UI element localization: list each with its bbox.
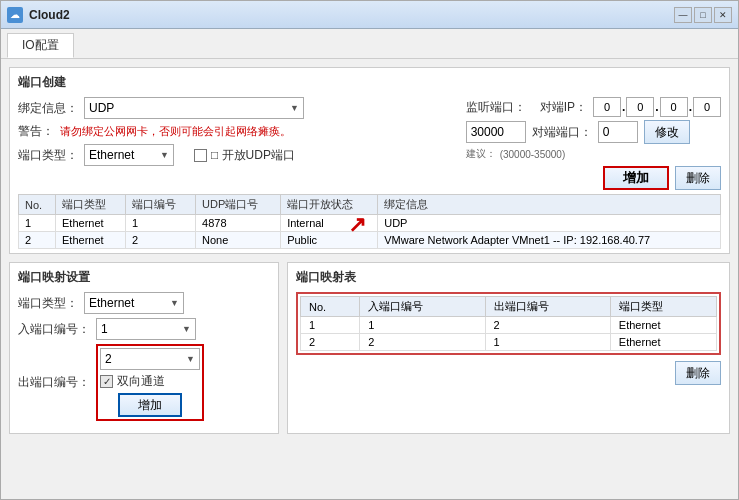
port-table-row[interactable]: 2 Ethernet 2 None Public VMware Network …: [19, 232, 721, 249]
delete-port-button[interactable]: 删除: [675, 166, 721, 190]
window-title: Cloud2: [29, 8, 70, 22]
map-cell-no: 1: [301, 317, 360, 334]
port-table-row[interactable]: 1 Ethernet 1 4878 Internal UDP: [19, 215, 721, 232]
map-col-in: 入端口编号: [360, 297, 485, 317]
port-type-label: 端口类型：: [18, 147, 78, 164]
bind-info-select[interactable]: UDP ▼: [84, 97, 304, 119]
ip-seg-2[interactable]: 0: [626, 97, 654, 117]
cell-udp: 4878: [196, 215, 281, 232]
cell-type: Ethernet: [56, 232, 126, 249]
mapping-table-row[interactable]: 2 2 1 Ethernet: [301, 334, 717, 351]
tab-io-config[interactable]: IO配置: [7, 33, 74, 58]
opposite-port-label: 对端端口：: [532, 124, 592, 141]
warning-label: 警告：: [18, 123, 54, 140]
window-controls: — □ ✕: [674, 7, 732, 23]
title-bar: ☁ Cloud2 — □ ✕: [1, 1, 738, 29]
col-type: 端口类型: [56, 195, 126, 215]
ip-seg-4[interactable]: 0: [693, 97, 721, 117]
listen-port-label: 监听端口：: [466, 99, 526, 116]
cell-status: Public: [281, 232, 378, 249]
mapping-table-row[interactable]: 1 1 2 Ethernet: [301, 317, 717, 334]
map-cell-type: Ethernet: [610, 334, 716, 351]
map-cell-in: 2: [360, 334, 485, 351]
cell-num: 2: [126, 232, 196, 249]
bidirectional-row: ✓ 双向通道: [100, 373, 200, 390]
out-port-select[interactable]: 2 ▼: [100, 348, 200, 370]
warning-text: 请勿绑定公网网卡，否则可能会引起网络瘫痪。: [60, 124, 291, 139]
col-no: No.: [19, 195, 56, 215]
mapping-table-wrapper: No. 入端口编号 出端口编号 端口类型 1 1 2 Ethernet 2 2 …: [296, 292, 721, 355]
port-creation-title: 端口创建: [18, 74, 721, 91]
add-mapping-button[interactable]: 增加: [118, 393, 182, 417]
map-cell-out: 2: [485, 317, 610, 334]
map-cell-in: 1: [360, 317, 485, 334]
main-content: 端口创建 绑定信息： UDP ▼ 警告： 请勿绑定公网网卡，否: [1, 59, 738, 499]
col-num: 端口编号: [126, 195, 196, 215]
minimize-button[interactable]: —: [674, 7, 692, 23]
modify-button[interactable]: 修改: [644, 120, 690, 144]
ip-seg-1[interactable]: 0: [593, 97, 621, 117]
delete-mapping-button[interactable]: 删除: [675, 361, 721, 385]
in-port-select[interactable]: 1 ▼: [96, 318, 196, 340]
map-cell-type: Ethernet: [610, 317, 716, 334]
port-type-select[interactable]: Ethernet ▼: [84, 144, 174, 166]
app-icon: ☁: [7, 7, 23, 23]
port-mapping-table-section: 端口映射表 No. 入端口编号 出端口编号 端口类型 1: [287, 262, 730, 434]
map-col-out: 出端口编号: [485, 297, 610, 317]
bidirectional-checkbox[interactable]: ✓: [100, 375, 113, 388]
col-binding: 绑定信息: [378, 195, 721, 215]
cell-no: 2: [19, 232, 56, 249]
port-table: No. 端口类型 端口编号 UDP端口号 端口开放状态 绑定信息 1 Ether…: [18, 194, 721, 249]
udp-port-checkbox-row: □ 开放UDP端口: [194, 147, 295, 164]
cell-status: Internal: [281, 215, 378, 232]
in-port-label: 入端口编号：: [18, 321, 90, 338]
close-button[interactable]: ✕: [714, 7, 732, 23]
opposite-port-input[interactable]: 0: [598, 121, 638, 143]
maximize-button[interactable]: □: [694, 7, 712, 23]
suggestion-label: 建议：: [466, 147, 496, 161]
map-cell-no: 2: [301, 334, 360, 351]
bind-info-label: 绑定信息：: [18, 100, 78, 117]
cell-type: Ethernet: [56, 215, 126, 232]
main-window: ☁ Cloud2 — □ ✕ IO配置 端口创建 绑定信息：: [0, 0, 739, 500]
map-port-type-select[interactable]: Ethernet ▼: [84, 292, 184, 314]
mapping-table-title: 端口映射表: [296, 269, 721, 286]
bottom-sections: 端口映射设置 端口类型： Ethernet ▼ 入端口编号： 1 ▼: [9, 262, 730, 442]
tab-bar: IO配置: [1, 29, 738, 59]
cell-no: 1: [19, 215, 56, 232]
port-mapping-settings-section: 端口映射设置 端口类型： Ethernet ▼ 入端口编号： 1 ▼: [9, 262, 279, 434]
suggestion-value: (30000-35000): [500, 149, 566, 160]
cell-binding: UDP: [378, 215, 721, 232]
map-cell-out: 1: [485, 334, 610, 351]
out-port-label: 出端口编号：: [18, 374, 90, 391]
map-port-type-label: 端口类型：: [18, 295, 78, 312]
add-port-button[interactable]: 增加: [603, 166, 669, 190]
map-col-no: No.: [301, 297, 360, 317]
cell-binding: VMware Network Adapter VMnet1 -- IP: 192…: [378, 232, 721, 249]
cell-udp: None: [196, 232, 281, 249]
mapping-table: No. 入端口编号 出端口编号 端口类型 1 1 2 Ethernet 2 2 …: [300, 296, 717, 351]
map-col-type: 端口类型: [610, 297, 716, 317]
opposite-ip-label: 对端IP：: [540, 99, 587, 116]
col-status: 端口开放状态: [281, 195, 378, 215]
bidirectional-label: 双向通道: [117, 373, 165, 390]
listen-port-input[interactable]: 30000: [466, 121, 526, 143]
ip-seg-3[interactable]: 0: [660, 97, 688, 117]
col-udp: UDP端口号: [196, 195, 281, 215]
udp-port-checkbox[interactable]: [194, 149, 207, 162]
cell-num: 1: [126, 215, 196, 232]
mapping-settings-title: 端口映射设置: [18, 269, 270, 286]
udp-port-label: □ 开放UDP端口: [211, 147, 295, 164]
port-creation-section: 端口创建 绑定信息： UDP ▼ 警告： 请勿绑定公网网卡，否: [9, 67, 730, 254]
